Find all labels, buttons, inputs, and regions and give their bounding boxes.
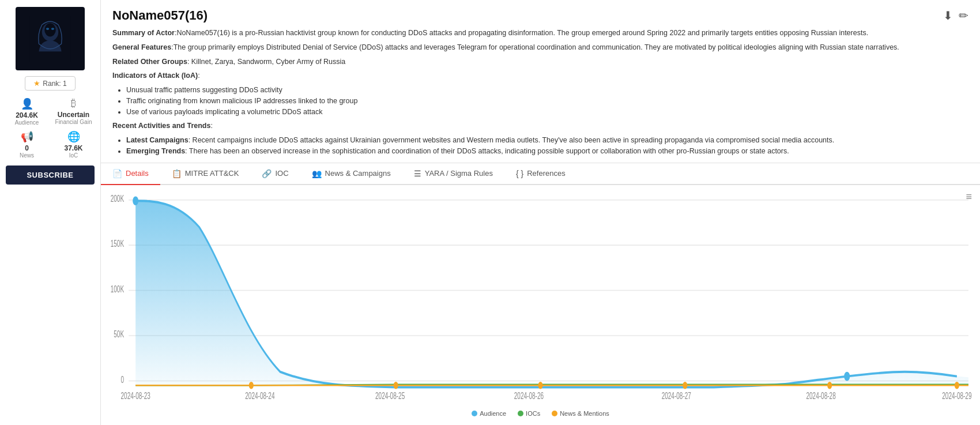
campaigns-text: : Recent campaigns include DDoS attacks … xyxy=(189,136,835,144)
news-icon: 📢 xyxy=(21,130,33,143)
star-icon: ★ xyxy=(33,79,40,88)
rank-badge: ★ Rank: 1 xyxy=(25,76,75,91)
svg-text:200K: 200K xyxy=(111,193,125,204)
svg-text:0: 0 xyxy=(121,374,125,385)
summary-label: Summary of Actor xyxy=(112,29,175,37)
svg-point-17 xyxy=(249,382,254,389)
stat-news: 📢 0 News xyxy=(6,130,48,159)
related-groups-block: Related Other Groups: Killnet, Zarya, Sa… xyxy=(112,57,968,67)
legend-iocs: IOCs xyxy=(518,410,540,417)
tabs-bar: 📄 Details 📋 MITRE ATT&CK 🔗 IOC 👥 News & … xyxy=(101,163,980,185)
ioa-label: Indicators of Attack (IoA): xyxy=(112,70,968,81)
financial-icon: ₿ xyxy=(71,97,76,110)
ioa-item-1: Unusual traffic patterns suggesting DDoS… xyxy=(126,85,968,96)
news-tab-icon: 👥 xyxy=(312,169,322,178)
legend-news-dot xyxy=(552,411,557,416)
svg-text:100K: 100K xyxy=(111,284,125,294)
edit-icon[interactable]: ✏ xyxy=(959,9,968,22)
summary-text: NoName057(16) is a pro-Russian hacktivis… xyxy=(176,29,868,37)
stat-audience: 👤 204.6K Audience xyxy=(6,97,48,126)
general-features-block: General Features:The group primarily emp… xyxy=(112,42,968,53)
actor-avatar xyxy=(16,7,85,70)
svg-text:2024-08-29: 2024-08-29 xyxy=(942,390,971,401)
svg-point-21 xyxy=(827,382,832,389)
audience-value: 204.6K xyxy=(16,111,38,119)
ioc-icon: 🌐 xyxy=(67,130,80,143)
download-icon[interactable]: ⬇ xyxy=(943,9,953,22)
legend-news-label: News & Mentions xyxy=(560,410,609,417)
ioc-tab-icon: 🔗 xyxy=(262,169,272,178)
svg-text:2024-08-23: 2024-08-23 xyxy=(121,390,150,401)
svg-text:2024-08-26: 2024-08-26 xyxy=(514,390,544,401)
legend-audience-dot xyxy=(472,411,477,416)
references-tab-icon: { } xyxy=(516,169,523,178)
legend-news: News & Mentions xyxy=(552,410,609,417)
ioa-section: Indicators of Attack (IoA): Unusual traf… xyxy=(112,70,968,117)
chart-container: 200K 150K 100K 50K 0 xyxy=(107,191,974,408)
audience-label: Audience xyxy=(15,119,39,126)
ioa-list: Unusual traffic patterns suggesting DDoS… xyxy=(126,85,968,117)
mitre-tab-label: MITRE ATT&CK xyxy=(185,169,239,178)
mitre-tab-icon: 📋 xyxy=(172,169,182,178)
main-content: NoName057(16) ⬇ ✏ Summary of Actor:NoNam… xyxy=(101,0,980,425)
general-features-text: The group primarily employs Distributed … xyxy=(174,43,899,51)
stat-financial: ₿ Uncertain Financial Gain xyxy=(52,97,95,126)
chart-legend: Audience IOCs News & Mentions xyxy=(107,408,974,419)
legend-iocs-dot xyxy=(518,411,523,416)
svg-text:2024-08-25: 2024-08-25 xyxy=(375,390,405,401)
tab-yara[interactable]: ☰ YARA / Sigma Rules xyxy=(402,163,504,185)
campaigns-bold: Latest Campaigns xyxy=(126,136,189,144)
chart-svg: 200K 150K 100K 50K 0 xyxy=(107,191,974,408)
details-tab-label: Details xyxy=(126,169,149,178)
chart-area: ≡ 200K 150K 100K 50K 0 xyxy=(101,185,980,426)
tab-details[interactable]: 📄 Details xyxy=(101,163,160,185)
ioc-value: 37.6K xyxy=(64,144,82,152)
legend-iocs-label: IOCs xyxy=(526,410,540,417)
stats-grid: 👤 204.6K Audience ₿ Uncertain Financial … xyxy=(6,97,95,159)
svg-point-20 xyxy=(683,382,687,389)
recent-list: Latest Campaigns: Recent campaigns inclu… xyxy=(126,135,968,157)
trends-text: : There has been an observed increase in… xyxy=(185,147,789,155)
related-groups-text: Killnet, Zarya, Sandworm, Cyber Army of … xyxy=(191,58,345,66)
svg-text:2024-08-24: 2024-08-24 xyxy=(245,390,274,401)
ioa-item-2: Traffic originating from known malicious… xyxy=(126,96,968,107)
svg-text:150K: 150K xyxy=(111,238,125,249)
sidebar: ★ Rank: 1 👤 204.6K Audience ₿ Uncertain … xyxy=(0,0,101,425)
summary-block: Summary of Actor:NoName057(16) is a pro-… xyxy=(112,28,968,39)
news-label: News xyxy=(20,152,34,159)
ioc-tab-label: IOC xyxy=(275,169,288,178)
ioc-label: IoC xyxy=(69,152,78,159)
tab-news[interactable]: 👥 News & Campaigns xyxy=(300,163,402,185)
financial-label: Financial Gain xyxy=(55,119,92,125)
subscribe-button[interactable]: SUBSCRIBE xyxy=(6,166,95,185)
recent-label: Recent Activities and Trends: xyxy=(112,121,968,131)
news-value: 0 xyxy=(25,144,29,152)
header-title-row: NoName057(16) ⬇ ✏ xyxy=(112,8,968,23)
recent-item-trends: Emerging Trends: There has been an obser… xyxy=(126,146,968,157)
rg-colon: : xyxy=(187,58,191,66)
svg-point-22 xyxy=(955,382,959,389)
references-tab-label: References xyxy=(527,169,565,178)
recent-section: Recent Activities and Trends: Latest Cam… xyxy=(112,121,968,156)
financial-value: Uncertain xyxy=(58,111,89,119)
tab-mitre[interactable]: 📋 MITRE ATT&CK xyxy=(160,163,251,185)
actor-name: NoName057(16) xyxy=(112,8,208,23)
trends-bold: Emerging Trends xyxy=(126,147,185,155)
ioa-item-3: Use of various payloads implicating a vo… xyxy=(126,107,968,118)
svg-text:2024-08-27: 2024-08-27 xyxy=(662,390,691,401)
details-tab-icon: 📄 xyxy=(112,169,122,178)
header-section: NoName057(16) ⬇ ✏ Summary of Actor:NoNam… xyxy=(101,0,980,163)
svg-point-16 xyxy=(844,371,850,381)
svg-point-2 xyxy=(44,23,56,36)
svg-point-18 xyxy=(394,382,398,389)
general-features-label: General Features xyxy=(112,43,171,51)
tab-ioc[interactable]: 🔗 IOC xyxy=(250,163,300,185)
rank-label: Rank: 1 xyxy=(43,80,66,88)
yara-tab-icon: ☰ xyxy=(414,169,421,178)
svg-point-19 xyxy=(538,382,542,389)
recent-item-campaigns: Latest Campaigns: Recent campaigns inclu… xyxy=(126,135,968,146)
header-actions: ⬇ ✏ xyxy=(943,9,968,22)
news-tab-label: News & Campaigns xyxy=(325,169,391,178)
tab-references[interactable]: { } References xyxy=(504,163,577,185)
audience-icon: 👤 xyxy=(21,97,33,110)
